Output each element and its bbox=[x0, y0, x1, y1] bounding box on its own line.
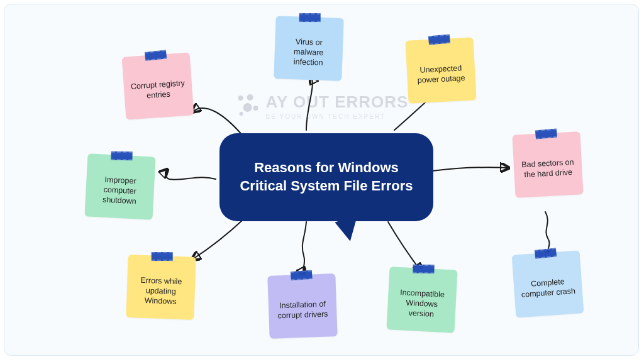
note-label: Bad sectors on the hard drive bbox=[520, 156, 577, 180]
note-corrupt-registry: Corrupt registry entries bbox=[122, 52, 194, 119]
tape-icon bbox=[535, 248, 557, 258]
note-label: Corrupt registry entries bbox=[130, 78, 186, 102]
center-topic-title: Reasons for Windows Critical System File… bbox=[237, 159, 416, 195]
note-complete-crash: Complete computer crash bbox=[512, 250, 584, 317]
tape-icon bbox=[291, 270, 313, 280]
note-label: Virus or malware infection bbox=[280, 36, 337, 69]
tape-icon bbox=[299, 13, 321, 22]
tape-icon bbox=[152, 252, 173, 261]
watermark-subtitle: BE YOUR OWN TECH EXPERT bbox=[266, 113, 409, 120]
tape-icon bbox=[535, 129, 557, 140]
note-label: Complete computer crash bbox=[519, 276, 576, 300]
note-bad-sectors: Bad sectors on the hard drive bbox=[512, 131, 583, 198]
note-corrupt-drivers: Installation of corrupt drivers bbox=[267, 273, 337, 339]
note-errors-updating: Errors while updating Windows bbox=[126, 255, 196, 320]
note-incompatible-windows: Incompatible Windows version bbox=[386, 266, 457, 333]
tape-icon bbox=[111, 151, 132, 161]
note-virus-malware: Virus or malware infection bbox=[274, 16, 343, 81]
tape-icon bbox=[413, 265, 434, 274]
center-topic-bubble: Reasons for Windows Critical System File… bbox=[219, 133, 433, 221]
note-label: Errors while updating Windows bbox=[133, 275, 189, 307]
watermark-title: AY OUT ERRORS bbox=[266, 92, 409, 112]
note-label: Unexpected power outage bbox=[413, 62, 470, 85]
note-label: Installation of corrupt drivers bbox=[275, 299, 331, 321]
watermark: AY OUT ERRORS BE YOUR OWN TECH EXPERT bbox=[235, 92, 409, 120]
tape-icon bbox=[145, 50, 167, 60]
diagram-canvas: AY OUT ERRORS BE YOUR OWN TECH EXPERT Re… bbox=[4, 4, 639, 356]
tape-icon bbox=[428, 35, 450, 45]
note-label: Incompatible Windows version bbox=[393, 287, 450, 320]
note-label: Improper computer shutdown bbox=[91, 173, 148, 207]
note-unexpected-power: Unexpected power outage bbox=[405, 37, 476, 104]
note-improper-shutdown: Improper computer shutdown bbox=[84, 153, 155, 220]
watermark-logo-icon bbox=[235, 93, 261, 119]
